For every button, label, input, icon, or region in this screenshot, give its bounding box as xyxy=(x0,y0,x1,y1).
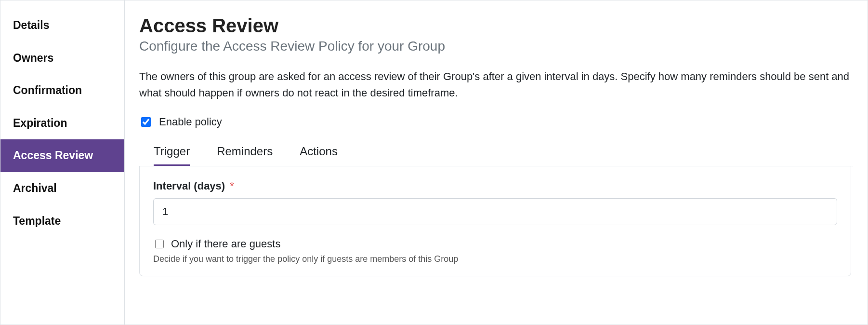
page-title: Access Review xyxy=(139,15,853,37)
trigger-panel: Interval (days) * Only if there are gues… xyxy=(139,166,851,276)
required-marker: * xyxy=(230,180,234,192)
enable-policy-label: Enable policy xyxy=(159,116,222,128)
sidebar: Details Owners Confirmation Expiration A… xyxy=(0,0,125,325)
app-root: Details Owners Confirmation Expiration A… xyxy=(0,0,868,325)
tab-trigger[interactable]: Trigger xyxy=(154,142,190,166)
sidebar-item-archival[interactable]: Archival xyxy=(0,172,124,205)
sidebar-item-confirmation[interactable]: Confirmation xyxy=(0,74,124,107)
sidebar-item-access-review[interactable]: Access Review xyxy=(0,139,124,172)
only-guests-label: Only if there are guests xyxy=(171,238,280,250)
sidebar-item-expiration[interactable]: Expiration xyxy=(0,107,124,140)
interval-label: Interval (days) * xyxy=(153,180,837,192)
interval-label-text: Interval (days) xyxy=(153,180,225,192)
page-description: The owners of this group are asked for a… xyxy=(139,68,853,101)
enable-policy-row: Enable policy xyxy=(139,116,853,128)
tabs: Trigger Reminders Actions xyxy=(139,142,853,166)
page-subtitle: Configure the Access Review Policy for y… xyxy=(139,39,853,54)
sidebar-item-owners[interactable]: Owners xyxy=(0,42,124,75)
main-content: Access Review Configure the Access Revie… xyxy=(125,0,868,325)
enable-policy-checkbox[interactable] xyxy=(141,117,151,127)
only-guests-checkbox[interactable] xyxy=(155,240,164,248)
only-guests-helper: Decide if you want to trigger the policy… xyxy=(153,254,837,264)
sidebar-item-details[interactable]: Details xyxy=(0,9,124,42)
sidebar-item-template[interactable]: Template xyxy=(0,205,124,238)
interval-input[interactable] xyxy=(153,198,837,225)
only-guests-row: Only if there are guests xyxy=(153,238,837,250)
tab-reminders[interactable]: Reminders xyxy=(217,142,273,166)
tab-actions[interactable]: Actions xyxy=(300,142,338,166)
